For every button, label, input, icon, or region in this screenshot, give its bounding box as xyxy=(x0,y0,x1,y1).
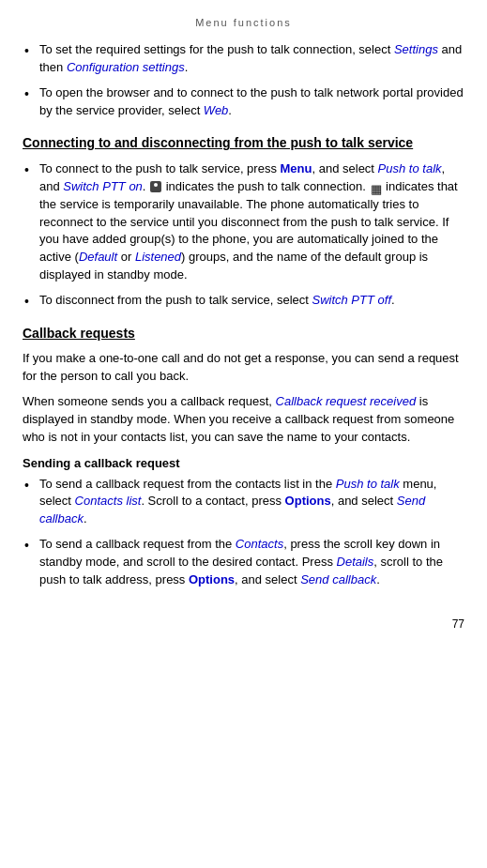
text-content: To connect to the push to talk service, … xyxy=(39,161,458,282)
page-header: Menu functions xyxy=(23,17,464,28)
text-content: To disconnect from the push to talk serv… xyxy=(39,293,395,307)
text-content: To send a callback request from the cont… xyxy=(39,477,436,526)
list-item: To connect to the push to talk service, … xyxy=(23,160,464,284)
push-to-talk-menu-link: Push to talk xyxy=(336,477,400,491)
text-content: To send a callback request from the Cont… xyxy=(39,537,443,586)
list-item: To send a callback request from the Cont… xyxy=(23,536,464,589)
connecting-section-heading: Connecting to and disconnecting from the… xyxy=(23,134,464,153)
options-text2: Options xyxy=(189,572,235,586)
ptt-icon xyxy=(150,181,161,192)
callback-section-heading: Callback requests xyxy=(23,325,464,343)
send-callback-link2: Send callback xyxy=(300,572,376,586)
list-item: To open the browser and to connect to th… xyxy=(23,84,464,120)
details-link: Details xyxy=(337,555,374,569)
contacts-link: Contacts xyxy=(236,537,283,551)
sending-callback-subheading: Sending a callback request xyxy=(23,456,464,470)
switch-ptt-off-link: Switch PTT off xyxy=(312,293,391,307)
default-link: Default xyxy=(79,250,117,264)
listened-link: Listened xyxy=(135,250,181,264)
ptt-icon2: ▦ xyxy=(371,181,382,193)
text-content: To set the required settings for the pus… xyxy=(39,42,462,74)
web-link: Web xyxy=(204,103,229,117)
callback-para2: When someone sends you a callback reques… xyxy=(23,393,464,447)
config-link: Configuration settings xyxy=(67,60,185,74)
text-content: To open the browser and to connect to th… xyxy=(39,85,464,117)
contacts-list-link: Contacts list xyxy=(75,494,142,508)
list-item: To set the required settings for the pus… xyxy=(23,41,464,77)
menu-text: Menu xyxy=(281,161,312,175)
switch-ptt-on-link: Switch PTT on xyxy=(63,179,143,193)
options-text1: Options xyxy=(285,494,331,508)
list-item: To send a callback request from the cont… xyxy=(23,476,464,529)
list-item: To disconnect from the push to talk serv… xyxy=(23,292,464,310)
callback-para1: If you make a one-to-one call and do not… xyxy=(23,350,464,386)
push-to-talk-link: Push to talk xyxy=(378,161,442,175)
page-number: 77 xyxy=(23,617,464,631)
intro-bullets-list: To set the required settings for the pus… xyxy=(23,41,464,119)
callback-request-received-link: Callback request received xyxy=(276,394,417,408)
sending-callback-bullets-list: To send a callback request from the cont… xyxy=(23,476,464,589)
settings-link: Settings xyxy=(394,42,438,56)
connecting-bullets-list: To connect to the push to talk service, … xyxy=(23,160,464,310)
